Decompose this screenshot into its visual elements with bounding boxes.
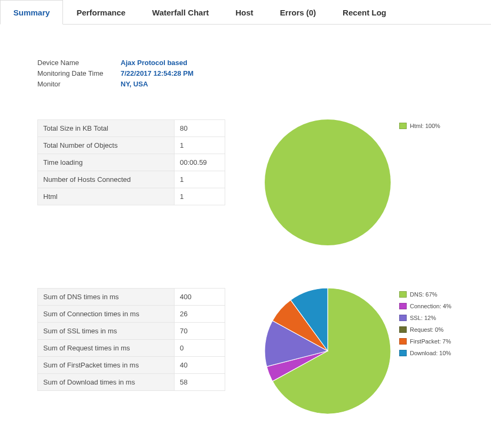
legend-item: DNS: 67% — [399, 291, 452, 298]
legend-item: Request: 0% — [399, 326, 452, 333]
table-cell-key: Sum of Connection times in ms — [38, 306, 175, 323]
table-row: Sum of Download times in ms58 — [38, 374, 225, 391]
meta-row-datetime: Monitoring Date Time 7/22/2017 12:54:28 … — [37, 68, 491, 79]
table-row: Time loading00:00.59 — [38, 154, 225, 171]
meta-label: Device Name — [37, 58, 121, 68]
table-row: Sum of Request times in ms0 — [38, 340, 225, 357]
legend-swatch — [399, 338, 407, 345]
tab-waterfall[interactable]: Waterfall Chart — [139, 0, 222, 25]
chart-wrap-bottom: DNS: 67%Connection: 4%SSL: 12%Request: 0… — [265, 288, 452, 414]
legend-label: DNS: 67% — [410, 291, 437, 298]
totals-table: Total Size in KB Total80Total Number of … — [37, 119, 225, 205]
legend-swatch — [399, 315, 407, 321]
table-cell-key: Sum of Request times in ms — [38, 340, 175, 357]
tab-summary[interactable]: Summary — [0, 0, 63, 25]
meta-row-monitor: Monitor NY, USA — [37, 79, 491, 90]
timings-table: Sum of DNS times in ms400Sum of Connecti… — [37, 288, 225, 391]
legend-item: Download: 10% — [399, 350, 452, 356]
meta-block: Device Name Ajax Protocol based Monitori… — [37, 58, 491, 90]
pie-slice — [265, 119, 391, 245]
legend-label: Connection: 4% — [410, 303, 452, 309]
table-row: Total Number of Objects1 — [38, 137, 225, 154]
table-row: Html1 — [38, 188, 225, 205]
meta-label: Monitor — [37, 79, 121, 90]
table-cell-key: Total Size in KB Total — [38, 120, 175, 137]
table-cell-value: 00:00.59 — [175, 154, 225, 171]
meta-label: Monitoring Date Time — [37, 68, 121, 79]
table-row: Number of Hosts Connected1 — [38, 171, 225, 188]
tab-recent-log[interactable]: Recent Log — [329, 0, 400, 25]
legend-swatch — [399, 123, 407, 129]
table-cell-key: Sum of SSL times in ms — [38, 323, 175, 340]
legend-item: SSL: 12% — [399, 315, 452, 321]
section-totals: Total Size in KB Total80Total Number of … — [37, 119, 491, 245]
table-row: Sum of SSL times in ms70 — [38, 323, 225, 340]
tab-performance[interactable]: Performance — [63, 0, 139, 25]
table-cell-value: 80 — [175, 120, 225, 137]
pie-chart-timings — [265, 288, 391, 414]
legend-swatch — [399, 303, 407, 309]
legend-label: SSL: 12% — [410, 315, 436, 321]
legend-item: Html: 100% — [399, 123, 440, 129]
legend-swatch — [399, 291, 407, 298]
table-cell-value: 0 — [175, 340, 225, 357]
table-cell-value: 58 — [175, 374, 225, 391]
tabs: Summary Performance Waterfall Chart Host… — [0, 0, 491, 25]
legend-label: Html: 100% — [410, 123, 440, 129]
table-cell-key: Sum of FirstPacket times in ms — [38, 357, 175, 374]
meta-value: NY, USA — [121, 79, 148, 90]
legend-item: FirstPacket: 7% — [399, 338, 452, 345]
legend-swatch — [399, 350, 407, 356]
content: Device Name Ajax Protocol based Monitori… — [0, 25, 491, 435]
meta-row-device: Device Name Ajax Protocol based — [37, 58, 491, 68]
table-cell-key: Number of Hosts Connected — [38, 171, 175, 188]
meta-value: Ajax Protocol based — [121, 58, 187, 68]
table-cell-value: 400 — [175, 289, 225, 306]
chart-wrap-top: Html: 100% — [265, 119, 440, 245]
table-cell-value: 1 — [175, 137, 225, 154]
legend-content-types: Html: 100% — [399, 123, 440, 134]
table-cell-key: Html — [38, 188, 175, 205]
table-row: Total Size in KB Total80 — [38, 120, 225, 137]
legend-swatch — [399, 326, 407, 333]
table-cell-value: 1 — [175, 171, 225, 188]
table-cell-key: Sum of DNS times in ms — [38, 289, 175, 306]
table-cell-key: Total Number of Objects — [38, 137, 175, 154]
tab-host[interactable]: Host — [222, 0, 266, 25]
table-row: Sum of DNS times in ms400 — [38, 289, 225, 306]
table-cell-value: 26 — [175, 306, 225, 323]
meta-value: 7/22/2017 12:54:28 PM — [121, 68, 194, 79]
legend-timings: DNS: 67%Connection: 4%SSL: 12%Request: 0… — [399, 291, 452, 362]
section-timings: Sum of DNS times in ms400Sum of Connecti… — [37, 288, 491, 414]
legend-label: FirstPacket: 7% — [410, 338, 451, 345]
pie-chart-content-types — [265, 119, 391, 245]
tab-errors[interactable]: Errors (0) — [267, 0, 330, 25]
table-cell-key: Sum of Download times in ms — [38, 374, 175, 391]
table-cell-key: Time loading — [38, 154, 175, 171]
table-cell-value: 40 — [175, 357, 225, 374]
table-cell-value: 1 — [175, 188, 225, 205]
legend-item: Connection: 4% — [399, 303, 452, 309]
legend-label: Download: 10% — [410, 350, 451, 356]
table-cell-value: 70 — [175, 323, 225, 340]
legend-label: Request: 0% — [410, 326, 444, 333]
table-row: Sum of Connection times in ms26 — [38, 306, 225, 323]
table-row: Sum of FirstPacket times in ms40 — [38, 357, 225, 374]
